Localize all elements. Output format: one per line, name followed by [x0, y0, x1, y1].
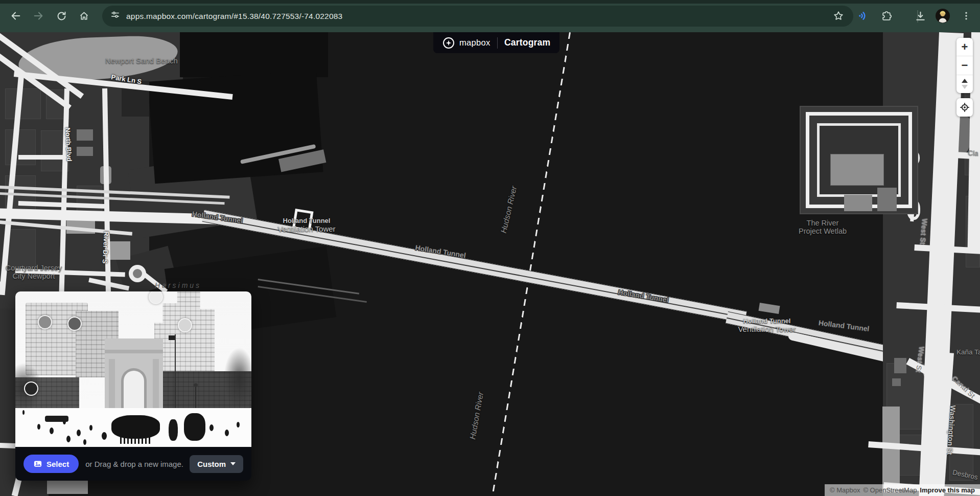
building [77, 129, 93, 141]
drag-drop-hint: or Drag & drop a new image. [85, 460, 183, 468]
url-text[interactable]: apps.mapbox.com/cartogram/#15.38/40.7275… [126, 12, 342, 21]
chevron-down-icon [230, 462, 236, 465]
zoom-out-button[interactable]: − [956, 56, 973, 74]
cartogram-badge: mapbox Cartogram [433, 32, 559, 53]
improve-map-link[interactable]: Improve this map [920, 486, 975, 494]
photo-arch [105, 339, 163, 410]
compass-icon [961, 78, 969, 89]
map-label: Hudson River [468, 391, 485, 440]
address-bar[interactable]: apps.mapbox.com/cartogram/#15.38/40.7275… [102, 6, 853, 27]
preset-label: Custom [197, 460, 226, 468]
color-swatch[interactable] [149, 291, 163, 304]
extensions-puzzle-icon[interactable] [878, 7, 895, 25]
geolocate-icon [960, 102, 970, 112]
forward-icon[interactable] [30, 7, 47, 25]
map-label: Holland Tunnel [818, 319, 870, 333]
photo-people [22, 410, 25, 415]
home-icon[interactable] [75, 7, 92, 25]
ventilation-tower-structure-west [292, 209, 314, 232]
browser-toolbar: apps.mapbox.com/cartogram/#15.38/40.7275… [0, 0, 980, 32]
photo-lamp [195, 387, 196, 411]
photo-bench [45, 416, 68, 422]
color-swatch[interactable] [178, 318, 192, 332]
photo-flag [169, 335, 175, 340]
arch-pier [109, 359, 115, 410]
bookmark-star-icon[interactable] [833, 10, 844, 24]
mapbox-logo-icon [442, 37, 455, 49]
shore-block [892, 378, 901, 386]
mapbox-wordmark: mapbox [459, 38, 491, 48]
road-cross [18, 155, 69, 160]
state-boundary-dashed-line [492, 32, 571, 496]
compass-pitch-button[interactable] [956, 75, 973, 93]
roundabout [129, 265, 146, 282]
app-title: Cartogram [504, 37, 550, 48]
image-dropzone-panel[interactable]: Select or Drag & drop a new image. Custo… [15, 291, 251, 481]
map-zoom-control: + − [956, 38, 973, 93]
pier-center-building [830, 154, 884, 186]
shore-block [894, 358, 906, 373]
city-block [5, 129, 36, 165]
reload-icon[interactable] [53, 7, 70, 25]
select-label: Select [46, 460, 69, 468]
map-attribution: © Mapbox © OpenStreetMap Improve this ma… [825, 484, 980, 496]
menu-kebab-icon[interactable] [958, 7, 975, 25]
pier-40-structure [800, 106, 918, 214]
badge-divider [497, 37, 498, 49]
panel-footer: Select or Drag & drop a new image. Custo… [15, 447, 251, 481]
site-info-icon[interactable] [110, 10, 120, 22]
ventilation-tower-structure-east [758, 303, 780, 314]
photo-person [169, 419, 178, 441]
download-icon[interactable] [912, 7, 929, 25]
arch-pier [153, 359, 159, 410]
pier-building [877, 188, 897, 211]
color-swatch[interactable] [24, 381, 38, 396]
profile-avatar[interactable] [934, 7, 951, 25]
color-swatch[interactable] [67, 317, 82, 331]
image-icon [33, 459, 42, 468]
map-label: The RiverProject Wetlab [799, 219, 847, 235]
city-block [949, 404, 973, 481]
color-swatch[interactable] [38, 315, 52, 329]
geolocate-button[interactable] [956, 98, 973, 117]
attribution-osm-link[interactable]: © OpenStreetMap [863, 486, 917, 494]
select-image-button[interactable]: Select [24, 455, 79, 473]
photo-lamp-head [193, 382, 199, 388]
photo-table-legs [120, 437, 152, 444]
building [110, 241, 130, 260]
back-icon[interactable] [7, 7, 25, 25]
preset-dropdown[interactable]: Custom [190, 455, 243, 473]
window-top-strip [0, 0, 980, 4]
zoom-in-button[interactable]: + [956, 38, 973, 56]
city-block [5, 88, 41, 119]
arch-opening [121, 368, 147, 410]
building [77, 147, 93, 156]
screen: apps.mapbox.com/cartogram/#15.38/40.7275… [0, 0, 980, 496]
photo-flagpole [175, 334, 176, 410]
photo-tree [224, 348, 251, 409]
extension-signal-icon[interactable] [854, 7, 872, 25]
arch-frieze [105, 350, 163, 353]
pier-building [844, 195, 872, 211]
source-photo [15, 291, 251, 447]
attribution-mapbox-link[interactable]: © Mapbox [830, 486, 860, 494]
photo-people-group [184, 413, 205, 441]
map-canvas[interactable]: Newport Sand BeachPark Ln SNorth BlvdRiv… [0, 32, 980, 496]
photo-dark-mass [111, 415, 160, 439]
map-label: Hudson River [499, 185, 519, 234]
